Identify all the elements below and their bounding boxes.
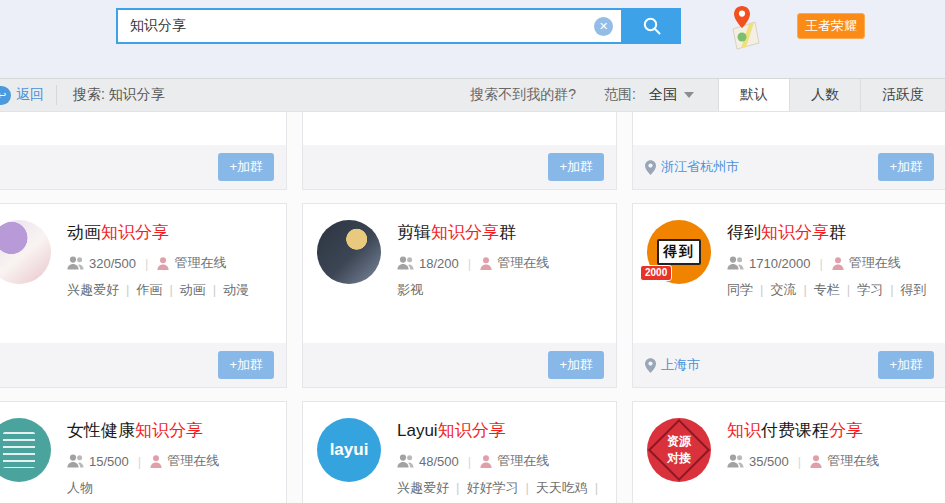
admin-icon: [832, 257, 844, 270]
results-toolbar: ↩ 返回 搜索: 知识分享 搜索不到我的群? 范围: 全国 默认 人数 活跃度: [0, 78, 945, 112]
scope-value: 全国: [649, 86, 677, 104]
avatar-disc: 资源对接: [647, 418, 711, 482]
sort-tabs: 默认 人数 活跃度: [718, 79, 945, 111]
group-title: 剪辑知识分享群: [397, 221, 602, 244]
group-card-body: 剪辑知识分享群 18/200 |: [303, 204, 616, 343]
search-button[interactable]: [623, 8, 681, 44]
group-info: 320/500 | 管理在线: [67, 254, 272, 272]
group-location: 浙江省杭州市: [645, 158, 739, 176]
join-group-button[interactable]: +加群: [218, 153, 274, 181]
location-pin-icon: [645, 160, 656, 175]
group-card-footer: 浙江省杭州市 +加群: [633, 145, 945, 189]
results-area: +加群 +加群: [0, 112, 945, 503]
group-avatar: [317, 220, 381, 284]
clear-icon[interactable]: ✕: [594, 17, 613, 36]
group-tag: 兴趣爱好: [67, 282, 119, 297]
group-card-footer: +加群: [0, 145, 286, 189]
group-card[interactable]: +加群: [0, 112, 287, 190]
group-card-body: [633, 112, 945, 145]
avatar-disc: [317, 220, 381, 284]
group-tags: 同学|交流|专栏|学习|得到|...: [727, 281, 932, 299]
tab-member-count[interactable]: 人数: [789, 79, 860, 111]
group-card-body: 得到 2000 得到知识分享群 1710/2000: [633, 204, 945, 343]
search-box: ✕: [116, 8, 681, 44]
join-group-button[interactable]: +加群: [878, 153, 934, 181]
group-card[interactable]: 动画知识分享 320/500 |: [0, 203, 287, 388]
avatar-disc: [0, 220, 51, 284]
member-count: 320/500: [89, 256, 136, 271]
group-tag: 天天吃鸡: [536, 480, 588, 495]
group-tag: 动漫: [223, 282, 249, 297]
group-tag: 人物: [67, 480, 93, 495]
members-icon: [67, 454, 84, 468]
avatar-text: 资源对接: [665, 433, 693, 468]
tag-divider: |: [595, 480, 598, 495]
join-group-button[interactable]: +加群: [548, 351, 604, 379]
group-title: 女性健康知识分享: [67, 419, 272, 442]
back-button[interactable]: ↩ 返回: [0, 79, 56, 111]
group-avatar: layui: [317, 418, 381, 482]
group-title: 动画知识分享: [67, 221, 272, 244]
group-tag: 同学: [727, 282, 753, 297]
tag-divider: |: [760, 282, 763, 297]
avatar-badge: 2000: [640, 265, 672, 281]
group-info: 15/500 | 管理在线: [67, 452, 272, 470]
search-summary: 搜索: 知识分享: [57, 79, 181, 111]
tag-divider: |: [126, 282, 129, 297]
members-icon: [727, 454, 744, 468]
admin-icon: [157, 257, 169, 270]
group-card[interactable]: 剪辑知识分享群 18/200 |: [302, 203, 617, 388]
group-card[interactable]: 女性健康知识分享 15/500 |: [0, 401, 287, 503]
admin-status: 管理在线: [827, 452, 879, 470]
avatar-disc: [0, 418, 51, 482]
group-info: 48/500 | 管理在线: [397, 452, 602, 470]
group-info: 1710/2000 | 管理在线: [727, 254, 932, 272]
group-card[interactable]: +加群: [302, 112, 617, 190]
group-tag: 兴趣爱好: [397, 480, 449, 495]
info-divider: |: [138, 454, 141, 469]
hot-search-badge[interactable]: 王者荣耀: [797, 13, 865, 39]
location-pin-icon: [645, 358, 656, 373]
member-count: 35/500: [749, 454, 789, 469]
group-tag: 专栏: [814, 282, 840, 297]
group-card-body: 资源对接 知识付费课程分享 35/500 |: [633, 402, 945, 503]
scope-dropdown[interactable]: 全国: [649, 86, 694, 104]
avatar-disc: layui: [317, 418, 381, 482]
group-card[interactable]: 浙江省杭州市 +加群: [632, 112, 945, 190]
group-card[interactable]: 得到 2000 得到知识分享群 1710/2000: [632, 203, 945, 388]
group-tags: 兴趣爱好|作画|动画|动漫: [67, 281, 272, 299]
group-location: 上海市: [645, 356, 700, 374]
tag-divider: |: [847, 282, 850, 297]
info-divider: |: [468, 454, 471, 469]
admin-status: 管理在线: [174, 254, 226, 272]
avatar-text: 得到: [657, 239, 701, 265]
tag-divider: |: [890, 282, 893, 297]
tab-default[interactable]: 默认: [718, 79, 789, 111]
results-grid: +加群 +加群: [0, 112, 945, 503]
group-card[interactable]: 资源对接 知识付费课程分享 35/500 |: [632, 401, 945, 503]
group-card[interactable]: layui Layui知识分享 48/500: [302, 401, 617, 503]
group-tags: 影视: [397, 281, 602, 299]
group-tag: 作画: [136, 282, 162, 297]
tag-divider: |: [456, 480, 459, 495]
group-avatar: [0, 220, 51, 284]
group-card-body: 动画知识分享 320/500 |: [0, 204, 286, 343]
map-location-icon[interactable]: [724, 5, 764, 51]
tab-activity[interactable]: 活跃度: [860, 79, 945, 111]
join-group-button[interactable]: +加群: [218, 351, 274, 379]
back-arrow-icon: ↩: [0, 86, 11, 105]
chevron-down-icon: [684, 92, 694, 98]
search-header: ✕ 王者荣耀: [0, 0, 945, 78]
members-icon: [397, 256, 414, 270]
info-divider: |: [468, 256, 471, 271]
join-group-button[interactable]: +加群: [548, 153, 604, 181]
tag-divider: |: [803, 282, 806, 297]
back-label: 返回: [16, 86, 44, 104]
tag-divider: |: [213, 282, 216, 297]
group-info: 35/500 | 管理在线: [727, 452, 932, 470]
scope-filter: 范围: 全国: [604, 79, 718, 111]
search-input[interactable]: [116, 8, 623, 44]
cant-find-group-link[interactable]: 搜索不到我的群?: [470, 79, 576, 111]
join-group-button[interactable]: +加群: [878, 351, 934, 379]
admin-status: 管理在线: [497, 452, 549, 470]
